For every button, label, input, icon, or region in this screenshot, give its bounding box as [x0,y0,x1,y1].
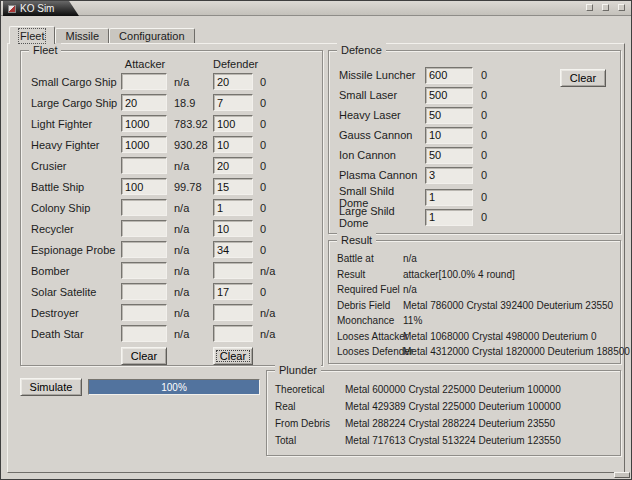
fleet-row-death-star: Death Star n/a n/a [21,323,322,344]
result-value: Metal 4312000 Crystal 1820000 Deuterium … [403,346,630,357]
result-label: Required Fuel [337,284,403,295]
fleet-row-recycler: Recycler n/a 0 [21,218,322,239]
plunder-value: Metal 288224 Crystal 288224 Deuterium 23… [345,418,620,429]
window-buttons [586,4,625,11]
tab-missile[interactable]: Missile [55,28,109,43]
defender-input-destroyer[interactable] [213,304,253,321]
defender-input-recycler[interactable] [213,220,253,237]
defence-row-plasma-cannon: Plasma Cannon 0 [329,165,620,185]
defence-count: 0 [475,89,620,101]
defence-count: 0 [475,149,620,161]
defender-result: n/a [255,328,322,340]
defender-result: 0 [255,97,322,109]
plasma-cannon-input[interactable] [425,167,473,184]
defender-input-solar-satelite[interactable] [213,283,253,300]
ion-cannon-input[interactable] [425,147,473,164]
titlebar[interactable]: KO Sim [1,1,631,16]
attacker-result: n/a [169,286,213,298]
defence-row-heavy-laser: Heavy Laser 0 [329,105,620,125]
defence-count: 0 [475,169,620,181]
defence-label: Large Shild Dome [339,205,425,229]
attacker-input-crusier[interactable] [121,157,167,174]
attacker-input-colony-ship[interactable] [121,199,167,216]
window-minimize-button[interactable] [586,4,593,11]
attacker-input-recycler[interactable] [121,220,167,237]
attacker-result: n/a [169,328,213,340]
defender-input-espionage-probe[interactable] [213,241,253,258]
defence-label: Heavy Laser [339,109,425,121]
small-laser-input[interactable] [425,87,473,104]
attacker-input-destroyer[interactable] [121,304,167,321]
fleet-group: Fleet Attacker Defender Small Cargo Ship… [20,50,323,366]
ship-label: Heavy Fighter [31,139,121,151]
heavy-laser-input[interactable] [425,107,473,124]
attacker-result: 99.78 [169,181,213,193]
result-row-debris-field: Debris Field Metal 786000 Crystal 392400… [329,298,620,314]
window-close-button[interactable] [618,4,625,11]
defender-input-small-cargo[interactable] [213,73,253,90]
clear-defence-button[interactable]: Clear [560,69,606,87]
attacker-input-light-fighter[interactable] [121,115,167,132]
attacker-result: n/a [169,223,213,235]
clear-defender-button[interactable]: Clear [213,347,253,365]
attacker-input-espionage-probe[interactable] [121,241,167,258]
ship-label: Bomber [31,265,121,277]
attacker-input-death-star[interactable] [121,325,167,342]
missile-luncher-input[interactable] [425,67,473,84]
defence-row-small-laser: Small Laser 0 [329,85,620,105]
defence-group: Defence Clear Missile Luncher 0 Small La… [328,50,621,234]
attacker-input-large-cargo[interactable] [121,94,167,111]
small-shild-dome-input[interactable] [425,189,473,206]
clear-attacker-button[interactable]: Clear [121,347,167,365]
ship-label: Battle Ship [31,181,121,193]
defender-result: 0 [255,202,322,214]
defender-result: 0 [255,244,322,256]
defender-input-colony-ship[interactable] [213,199,253,216]
window-maximize-button[interactable] [602,4,609,11]
defender-result: 0 [255,181,322,193]
defender-input-crusier[interactable] [213,157,253,174]
result-group: Result Battle at n/a Result attacker[100… [328,240,621,364]
attacker-input-bomber[interactable] [121,262,167,279]
tab-bar: Fleet Missile Configuration [9,25,195,43]
fleet-row-heavy-fighter: Heavy Fighter 930.28 0 [21,134,322,155]
tab-configuration-label: Configuration [119,30,184,42]
defence-count: 0 [475,109,620,121]
defender-result: 0 [255,160,322,172]
gauss-cannon-input[interactable] [425,127,473,144]
defence-row-gauss-cannon: Gauss Cannon 0 [329,125,620,145]
tab-fleet-label: Fleet [20,30,44,42]
plunder-value: Metal 717613 Crystal 513224 Deuterium 12… [345,435,620,446]
defender-input-battle-ship[interactable] [213,178,253,195]
window-title: KO Sim [20,3,54,14]
fleet-row-destroyer: Destroyer n/a n/a [21,302,322,323]
window-title-tab[interactable]: KO Sim [3,1,79,16]
ship-label: Recycler [31,223,121,235]
result-value: n/a [403,253,620,264]
defender-result: 0 [255,223,322,235]
result-value: 11% [403,315,620,326]
resize-grip[interactable] [614,472,630,478]
result-row-looses-attacker: Looses Attacker Metal 1068000 Crystal 49… [329,329,620,345]
tab-fleet[interactable]: Fleet [9,26,55,44]
attacker-result: n/a [169,307,213,319]
attacker-result: n/a [169,160,213,172]
simulate-button[interactable]: Simulate [20,378,82,396]
attacker-input-battle-ship[interactable] [121,178,167,195]
tab-configuration[interactable]: Configuration [109,28,194,43]
large-shild-dome-input[interactable] [425,209,473,226]
attacker-input-small-cargo[interactable] [121,73,167,90]
defence-label: Missile Luncher [339,69,425,81]
defender-input-heavy-fighter[interactable] [213,136,253,153]
attacker-input-solar-satelite[interactable] [121,283,167,300]
defender-input-bomber[interactable] [213,262,253,279]
ship-label: Espionage Probe [31,244,121,256]
defender-input-light-fighter[interactable] [213,115,253,132]
defender-input-death-star[interactable] [213,325,253,342]
attacker-input-heavy-fighter[interactable] [121,136,167,153]
result-row-battle-at: Battle at n/a [329,251,620,267]
attacker-result: n/a [169,265,213,277]
attacker-result: n/a [169,244,213,256]
plunder-row-from-debris: From Debris Metal 288224 Crystal 288224 … [267,415,620,432]
defender-input-large-cargo[interactable] [213,94,253,111]
